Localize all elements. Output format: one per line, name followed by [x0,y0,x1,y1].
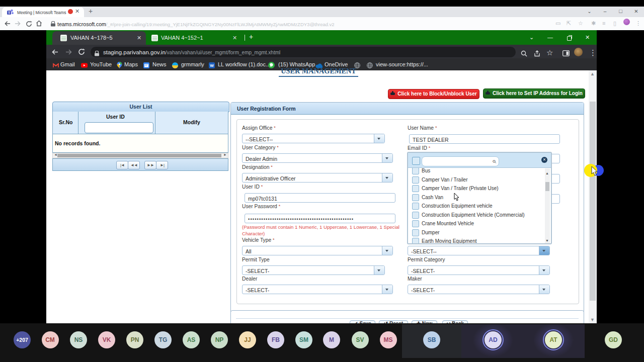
svg-text:T: T [8,11,10,15]
svg-text:W: W [210,63,214,68]
